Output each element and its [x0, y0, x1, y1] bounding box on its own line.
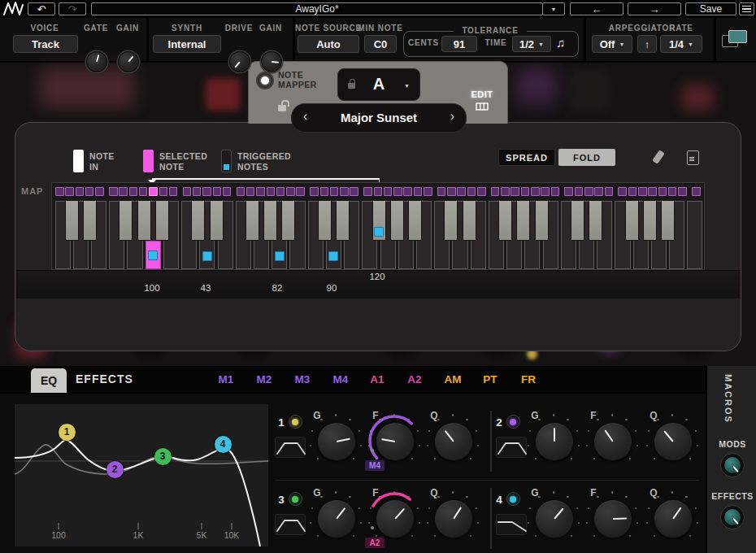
eraser-icon[interactable]: [651, 150, 666, 165]
black-key[interactable]: [463, 201, 476, 241]
synth-select[interactable]: Internal: [153, 35, 221, 53]
note-sync-icon[interactable]: ♫: [556, 36, 565, 50]
mod-label-m2[interactable]: M2: [248, 373, 280, 385]
preset-name-field[interactable]: AwayIGo*: [91, 2, 543, 15]
map-square[interactable]: [139, 187, 148, 196]
map-square[interactable]: [477, 187, 486, 196]
preset-next-chevron[interactable]: ›: [450, 109, 454, 124]
triggered-note-marker[interactable]: [328, 251, 338, 261]
tab-eq[interactable]: EQ: [31, 368, 67, 393]
mods-knob[interactable]: [720, 453, 745, 477]
band4-g-knob[interactable]: [535, 499, 574, 538]
map-square[interactable]: [350, 187, 358, 196]
band-led[interactable]: [506, 492, 520, 506]
map-square[interactable]: [276, 187, 285, 196]
mapper-preset-name[interactable]: Major Sunset: [292, 111, 466, 124]
bandpass-icon[interactable]: [275, 437, 306, 458]
mod-label-a1[interactable]: A1: [361, 373, 393, 385]
black-key[interactable]: [191, 201, 205, 241]
map-square[interactable]: [237, 187, 245, 196]
black-key[interactable]: [155, 201, 169, 241]
mod-assignment-tag[interactable]: A2: [365, 538, 385, 548]
undo-button[interactable]: ↶: [28, 2, 55, 15]
triggered-note-marker[interactable]: [148, 250, 158, 260]
edit-button[interactable]: EDIT: [466, 89, 498, 114]
black-key[interactable]: [516, 201, 530, 241]
band3-f-knob[interactable]: [376, 499, 415, 538]
menu-button[interactable]: [739, 2, 754, 15]
black-key[interactable]: [65, 201, 79, 241]
min-note-select[interactable]: C0: [364, 35, 397, 53]
velocity-value[interactable]: 43: [191, 283, 220, 293]
map-square[interactable]: [193, 187, 202, 196]
map-square[interactable]: [55, 187, 64, 196]
velocity-value[interactable]: 82: [263, 283, 292, 293]
redo-button[interactable]: ↷: [59, 2, 86, 15]
map-square[interactable]: [678, 187, 687, 196]
black-key[interactable]: [263, 201, 277, 241]
band2-f-knob[interactable]: [593, 422, 632, 461]
black-key[interactable]: [245, 201, 259, 241]
map-square[interactable]: [183, 187, 192, 196]
eq-marker-4[interactable]: 4: [215, 436, 232, 453]
effects-knob[interactable]: [720, 505, 745, 529]
mod-label-am[interactable]: AM: [437, 373, 469, 385]
band4-q-knob[interactable]: [654, 499, 693, 538]
map-square[interactable]: [95, 187, 104, 196]
white-key[interactable]: [687, 201, 702, 269]
window-size-icon[interactable]: [722, 29, 748, 49]
map-square[interactable]: [594, 187, 603, 196]
voice-gain-knob[interactable]: [118, 51, 139, 72]
map-square[interactable]: [286, 187, 295, 196]
velocity-value[interactable]: 100: [137, 283, 167, 293]
triggered-note-marker[interactable]: [202, 251, 212, 261]
map-square[interactable]: [393, 187, 402, 196]
band2-g-knob[interactable]: [535, 422, 574, 461]
tab-effects[interactable]: EFFECTS: [76, 372, 133, 385]
drive-knob[interactable]: [229, 51, 250, 72]
map-square[interactable]: [267, 187, 276, 196]
arpeggiator-select[interactable]: Off▼: [592, 35, 632, 53]
mod-label-a2[interactable]: A2: [398, 373, 431, 385]
map-square[interactable]: [119, 187, 128, 196]
map-square[interactable]: [692, 187, 701, 196]
map-square[interactable]: [658, 187, 667, 196]
map-square[interactable]: [551, 187, 560, 196]
map-square[interactable]: [310, 187, 319, 196]
black-key[interactable]: [571, 201, 584, 241]
fold-button[interactable]: FOLD: [558, 149, 615, 166]
mod-assignment-tag[interactable]: M4: [365, 460, 385, 471]
mod-label-m1[interactable]: M1: [210, 373, 242, 385]
black-key[interactable]: [589, 201, 602, 241]
mod-label-m3[interactable]: M3: [286, 373, 319, 385]
black-key[interactable]: [498, 201, 512, 241]
macros-tab[interactable]: MACROS: [723, 374, 733, 424]
map-square[interactable]: [628, 187, 637, 196]
map-square[interactable]: [149, 187, 158, 196]
band2-q-knob[interactable]: [654, 422, 693, 461]
mod-label-pt[interactable]: PT: [474, 373, 506, 385]
black-key[interactable]: [281, 201, 295, 241]
map-square[interactable]: [467, 187, 476, 196]
black-key[interactable]: [390, 201, 404, 241]
map-square[interactable]: [638, 187, 647, 196]
eq-marker-2[interactable]: 2: [106, 461, 124, 478]
black-key[interactable]: [661, 201, 675, 241]
map-square[interactable]: [129, 187, 138, 196]
save-button[interactable]: Save: [685, 2, 736, 15]
map-square[interactable]: [447, 187, 456, 196]
map-square[interactable]: [65, 187, 74, 196]
map-square[interactable]: [531, 187, 540, 196]
eq-marker-1[interactable]: 1: [59, 424, 76, 441]
black-key[interactable]: [318, 201, 332, 241]
map-square[interactable]: [340, 187, 349, 196]
black-key[interactable]: [83, 201, 97, 241]
band-led[interactable]: [289, 415, 302, 429]
root-key-select[interactable]: A ▼: [337, 68, 420, 101]
eq-marker-3[interactable]: 3: [154, 448, 172, 465]
map-square[interactable]: [491, 187, 500, 196]
triggered-note-marker[interactable]: [275, 251, 285, 261]
eq-graph[interactable]: 100 1K 5K 10K 1234: [15, 404, 268, 546]
map-square[interactable]: [575, 187, 584, 196]
map-square[interactable]: [223, 187, 232, 196]
